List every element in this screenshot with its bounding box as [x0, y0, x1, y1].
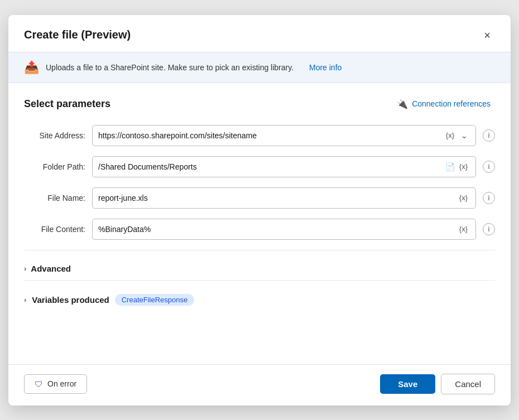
plug-icon: 🔌: [397, 99, 408, 109]
folder-path-token-btn[interactable]: {x}: [457, 161, 470, 172]
variables-label: Variables produced: [32, 295, 109, 305]
section-title: Select parameters: [24, 98, 110, 110]
dialog-body: Select parameters 🔌 Connection reference…: [8, 83, 511, 364]
folder-path-row: Folder Path: 📄 {x} i: [24, 156, 495, 177]
dialog-title: Create file (Preview): [24, 28, 131, 41]
site-address-actions: {x} ⌄: [444, 130, 470, 141]
folder-path-input[interactable]: [98, 162, 442, 171]
file-content-input[interactable]: [98, 225, 454, 234]
connection-references-label: Connection references: [412, 99, 491, 108]
site-address-label: Site Address:: [24, 131, 85, 140]
on-error-label: On error: [47, 379, 76, 388]
site-address-row: Site Address: {x} ⌄ i: [24, 125, 495, 146]
file-name-actions: {x}: [457, 192, 470, 203]
file-content-actions: {x}: [457, 224, 470, 234]
file-content-info-btn[interactable]: i: [483, 223, 495, 235]
on-error-button[interactable]: 🛡 On error: [24, 374, 87, 394]
file-name-info-btn[interactable]: i: [483, 192, 495, 204]
divider-1: [24, 250, 495, 250]
file-name-label: File Name:: [24, 194, 85, 202]
save-button[interactable]: Save: [380, 374, 435, 394]
file-content-input-wrap: {x}: [92, 219, 476, 240]
folder-path-info-btn[interactable]: i: [483, 161, 495, 173]
file-name-row: File Name: {x} i: [24, 187, 495, 209]
dialog-header: Create file (Preview) ×: [8, 15, 511, 52]
variable-badge: CreateFileResponse: [115, 294, 195, 306]
folder-path-actions: 📄 {x}: [445, 161, 470, 172]
dialog-footer: 🛡 On error Save Cancel: [8, 364, 511, 405]
footer-right: Save Cancel: [380, 374, 495, 394]
site-address-token-btn[interactable]: {x}: [444, 130, 456, 141]
section-header: Select parameters 🔌 Connection reference…: [24, 96, 495, 112]
info-banner: 📤 Uploads a file to a SharePoint site. M…: [8, 52, 511, 83]
file-name-token-btn[interactable]: {x}: [457, 192, 470, 203]
variables-section[interactable]: › Variables produced CreateFileResponse: [24, 289, 495, 310]
folder-path-input-wrap: 📄 {x}: [92, 156, 476, 177]
site-address-chevron-btn[interactable]: ⌄: [459, 130, 470, 141]
site-address-input-wrap: {x} ⌄: [92, 125, 476, 146]
site-address-info-btn[interactable]: i: [483, 129, 495, 142]
file-name-input[interactable]: [98, 194, 454, 202]
file-content-token-btn[interactable]: {x}: [457, 224, 470, 234]
site-address-input[interactable]: [98, 131, 440, 140]
file-name-input-wrap: {x}: [92, 187, 476, 209]
file-content-row: File Content: {x} i: [24, 219, 495, 240]
variables-chevron-icon: ›: [24, 296, 26, 304]
advanced-label: Advanced: [31, 264, 71, 273]
shield-icon: 🛡: [35, 379, 43, 389]
banner-text: Uploads a file to a SharePoint site. Mak…: [46, 63, 294, 72]
advanced-chevron-icon: ›: [24, 264, 26, 273]
connection-references-button[interactable]: 🔌 Connection references: [392, 96, 495, 112]
upload-icon: 📤: [24, 60, 39, 75]
close-button[interactable]: ×: [479, 27, 495, 43]
create-file-dialog: Create file (Preview) × 📤 Uploads a file…: [8, 15, 511, 405]
file-content-label: File Content:: [24, 225, 85, 234]
cancel-button[interactable]: Cancel: [441, 374, 495, 394]
divider-2: [24, 280, 495, 281]
advanced-section[interactable]: › Advanced: [24, 259, 495, 278]
folder-path-label: Folder Path:: [24, 162, 85, 171]
folder-file-icon: 📄: [445, 162, 455, 171]
more-info-link[interactable]: More info: [309, 63, 342, 72]
